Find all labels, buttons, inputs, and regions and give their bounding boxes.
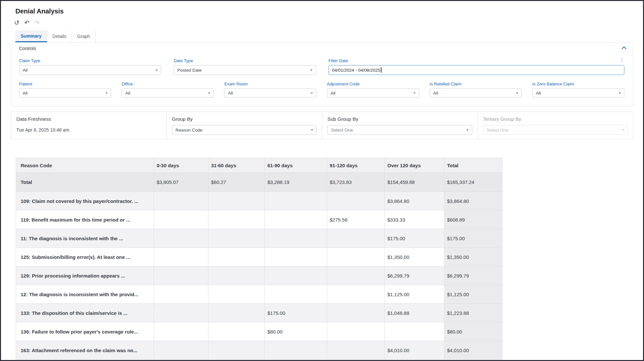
table-row: 119: Benefit maximum for this time perio…	[16, 210, 502, 229]
tertiary-group-by-select: Select One ▾	[483, 125, 628, 135]
chevron-down-icon: ▾	[208, 91, 210, 95]
cell	[265, 266, 327, 285]
column-header-61-90: 61-90 days	[265, 158, 327, 173]
tertiary-group-by-section: Tertiary Group By Select One ▾	[478, 112, 634, 139]
cell	[154, 304, 208, 322]
group-by-value: Reason Code	[176, 128, 203, 133]
column-header-reason-code: Reason Code	[16, 158, 154, 173]
cell	[265, 248, 327, 266]
claim-type-select[interactable]: All ▾	[19, 65, 161, 75]
patient-select[interactable]: All▾	[19, 88, 111, 98]
claim-type-value: All	[23, 68, 28, 73]
cell: $3,864.80	[385, 192, 444, 210]
cell: $1,350.00	[385, 248, 444, 266]
cell	[327, 266, 385, 285]
cell	[327, 304, 385, 322]
exam-room-label: Exam Room	[224, 81, 316, 86]
row-label: 12: The diagnosis is inconsistent with t…	[16, 285, 154, 304]
column-header-91-120: 91-120 days	[327, 158, 385, 173]
undo-icon[interactable]: ↶	[24, 19, 29, 27]
is-rebilled-claim-filter: Is Rebilled ClaimAll▾	[430, 81, 522, 98]
filter-date-value: 04/01/2024 - 04/08/2025	[332, 68, 380, 73]
kebab-menu-icon[interactable]: ⋮	[620, 57, 624, 63]
date-type-select[interactable]: Posted Date ▾	[174, 65, 316, 75]
tab-bar: Summary Details Graph	[15, 30, 643, 42]
table-body: Total$3,805.07$60.27$3,288.19$3,723.83$1…	[16, 173, 502, 360]
cell: $165,337.24	[444, 173, 502, 192]
chevron-down-icon: ▾	[106, 91, 107, 95]
cell: $1,350.00	[444, 248, 502, 266]
cell	[154, 229, 208, 248]
cell: $275.56	[327, 210, 385, 229]
date-type-value: Posted Date	[177, 68, 202, 73]
is-zero-balance-claim-select[interactable]: All▾	[532, 88, 624, 98]
exam-room-filter: Exam RoomAll▾	[224, 81, 316, 98]
table-row: 163: Attachment referenced on the claim …	[16, 341, 502, 360]
cell	[208, 229, 265, 248]
row-label: 119: Benefit maximum for this time perio…	[16, 210, 154, 229]
cell: $4,010.00	[444, 341, 502, 360]
exam-room-select[interactable]: All▾	[224, 88, 316, 98]
is-zero-balance-claim-label: Is Zero Balance Claim	[532, 81, 624, 86]
cell: $1,125.00	[444, 285, 502, 304]
office-select[interactable]: All▾	[122, 88, 214, 98]
table-row: 136: Failure to follow prior payer's cov…	[16, 322, 502, 341]
data-freshness-title: Data Freshness	[16, 116, 161, 122]
sub-group-by-value: Select One	[331, 128, 353, 133]
table-row: 109: Claim not covered by this payer/con…	[16, 192, 502, 210]
cell: $6,299.79	[385, 266, 444, 285]
column-header-31-60: 31-60 days	[208, 158, 265, 173]
cell	[154, 341, 208, 360]
chevron-down-icon: ▾	[466, 128, 468, 132]
cell: $3,723.83	[327, 173, 385, 192]
is-zero-balance-claim-value: All	[536, 91, 541, 96]
cell: $3,805.07	[154, 173, 208, 192]
group-by-select[interactable]: Reason Code ▾	[172, 125, 317, 135]
sub-group-by-section: Sub Group By Select One ▾	[322, 112, 478, 139]
redo-icon[interactable]: ↷	[34, 19, 40, 27]
group-by-section: Group By Reason Code ▾	[167, 112, 322, 139]
cell	[327, 248, 385, 266]
column-header-over-120: Over 120 days	[385, 158, 444, 173]
cell	[154, 322, 208, 341]
cell	[327, 192, 385, 210]
filters-row-2: PatientAll▾OfficeAll▾Exam RoomAll▾Adjust…	[19, 81, 624, 98]
reset-icon[interactable]: ↺	[14, 19, 19, 27]
cell	[327, 229, 385, 248]
row-label: 136: Failure to follow prior payer's cov…	[16, 322, 154, 341]
cell: $6,299.79	[444, 266, 502, 285]
adjustment-code-label: Adjustment Code	[327, 81, 419, 86]
row-label: 11: The diagnosis is inconsistent with t…	[16, 229, 154, 248]
cell: $4,010.00	[385, 341, 444, 360]
is-rebilled-claim-select[interactable]: All▾	[430, 88, 522, 98]
tab-summary[interactable]: Summary	[15, 30, 47, 42]
chevron-down-icon: ▾	[311, 128, 313, 132]
table-row: 125: Submission/billing error(s). At lea…	[16, 248, 502, 266]
adjustment-code-select[interactable]: All▾	[327, 88, 419, 98]
controls-panel: Controls Claim Type All ▾ Date Type Post…	[11, 42, 633, 106]
toolbar: ↺ ↶ ↷	[14, 19, 643, 27]
claim-type-filter: Claim Type All ▾	[19, 58, 161, 75]
claim-type-label: Claim Type	[19, 58, 161, 63]
table-row: 129: Prior processing information appear…	[16, 266, 502, 285]
chevron-down-icon: ▾	[516, 91, 518, 95]
column-header-0-30: 0-30 days	[154, 158, 208, 173]
cell	[208, 192, 265, 210]
cell: $175.00	[444, 229, 502, 248]
exam-room-value: All	[228, 91, 233, 96]
tab-details[interactable]: Details	[47, 30, 72, 42]
collapse-chevron-icon[interactable]	[622, 46, 626, 49]
chevron-down-icon: ▾	[156, 68, 158, 72]
cell	[265, 285, 327, 304]
column-header-total: Total	[444, 158, 502, 173]
filter-date-input[interactable]: 04/01/2024 - 04/08/2025	[328, 65, 624, 75]
cell: $154,459.88	[385, 173, 444, 192]
is-rebilled-claim-value: All	[433, 91, 438, 96]
tab-graph[interactable]: Graph	[72, 30, 96, 42]
office-label: Office	[122, 81, 214, 86]
cell	[265, 341, 327, 360]
sub-group-by-select[interactable]: Select One ▾	[327, 125, 472, 135]
row-label: 125: Submission/billing error(s). At lea…	[16, 248, 154, 266]
text-cursor	[381, 67, 381, 73]
cell	[208, 210, 265, 229]
